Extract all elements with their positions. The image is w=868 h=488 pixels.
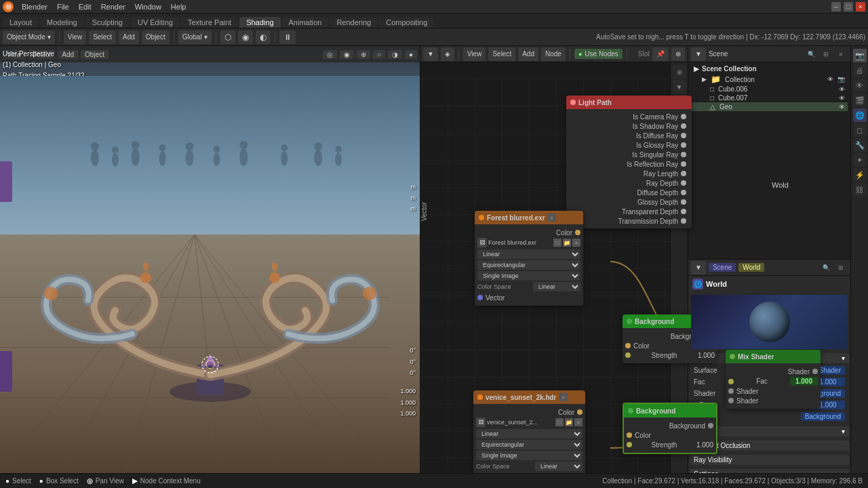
venice-interpolation-select[interactable]: Linear xyxy=(476,429,583,439)
viewport-overlay-icon[interactable]: ◉ xyxy=(340,50,354,59)
side-icon-particles[interactable]: ✦ xyxy=(853,153,867,167)
tab-compositing[interactable]: Compositing xyxy=(379,17,434,28)
venice-file-x-btn[interactable]: × xyxy=(574,418,583,426)
node-add-btn[interactable]: Add xyxy=(518,47,538,61)
venice-node[interactable]: venice_sunset_2k.hdr × Color 🖼 venice_su… xyxy=(473,390,585,485)
venice-colorspace-select[interactable]: Linear xyxy=(535,462,583,471)
viewport-shade-btn[interactable]: ◐ xyxy=(256,30,271,44)
world-header-icons: 🔍 ⊞ xyxy=(819,261,848,274)
side-icon-view[interactable]: 👁 xyxy=(853,79,867,92)
object-mode-btn[interactable]: Object Mode ▾ xyxy=(3,30,55,44)
menu-blender[interactable]: Blender xyxy=(18,2,52,12)
add-btn[interactable]: Add xyxy=(119,30,139,44)
outliner-icon-3[interactable]: ≡ xyxy=(834,47,848,61)
mix-shader-header: Mix Shader xyxy=(726,350,821,363)
collection-cube006[interactable]: □ Cube.006 👁 xyxy=(691,85,848,94)
forest-close-btn[interactable]: × xyxy=(548,214,556,222)
tab-animation[interactable]: Animation xyxy=(282,17,329,28)
background-node-2[interactable]: Background Background Color xyxy=(623,403,717,454)
transform-chevron-icon: ▾ xyxy=(204,33,208,41)
venice-close-btn[interactable]: × xyxy=(559,393,568,401)
tab-texture-paint[interactable]: Texture Paint xyxy=(181,17,238,28)
object-btn[interactable]: Object xyxy=(142,30,170,44)
tab-layout[interactable]: Layout xyxy=(3,17,39,28)
side-icon-output[interactable]: 🖨 xyxy=(853,64,867,77)
shader2-value[interactable]: Background xyxy=(801,412,845,421)
minimize-button[interactable]: ─ xyxy=(831,2,841,12)
menu-help[interactable]: Help xyxy=(167,2,191,12)
mix-shader-node[interactable]: Mix Shader Shader Fac 1.000 xyxy=(726,350,821,409)
pause-btn[interactable]: ⏸ xyxy=(279,30,296,44)
maximize-button[interactable]: □ xyxy=(844,2,853,12)
node-side-icon-2[interactable]: ▼ xyxy=(673,80,686,94)
venice-file-close-btn[interactable]: □ xyxy=(555,418,564,426)
node-select-btn[interactable]: Select xyxy=(488,47,515,61)
forest-file-folder-btn[interactable]: 📁 xyxy=(563,239,571,247)
side-icon-physics[interactable]: ⚡ xyxy=(853,168,867,182)
use-nodes-toggle[interactable]: ● Use Nodes xyxy=(574,49,623,59)
outliner-menu-btn[interactable]: ▼ xyxy=(691,47,706,61)
collection-item-main[interactable]: ▶ 📁 Collection 👁 📷 xyxy=(691,74,848,85)
side-icon-object[interactable]: ◻ xyxy=(853,123,867,137)
node-side-icon-1[interactable]: ⊕ xyxy=(673,65,686,79)
world-tab[interactable]: World xyxy=(738,263,764,272)
tab-sculpting[interactable]: Sculpting xyxy=(85,17,130,28)
forest-source-select[interactable]: Single Image xyxy=(477,271,580,281)
collection-cube007[interactable]: □ Cube.007 👁 xyxy=(691,94,848,102)
node-editor-grid[interactable]: Light Path Is Camera Ray Is Shadow Ray I… xyxy=(420,79,670,488)
light-path-node[interactable]: Light Path Is Camera Ray Is Shadow Ray I… xyxy=(566,96,692,228)
transform-btn[interactable]: Global ▾ xyxy=(178,30,212,44)
collection-geo[interactable]: △ Geo 👁 xyxy=(691,102,848,111)
side-icon-modifiers[interactable]: 🔧 xyxy=(853,138,867,152)
menu-render[interactable]: Render xyxy=(97,2,130,12)
viewport-render-solid-icon[interactable]: ○ xyxy=(373,50,385,59)
view-btn[interactable]: View xyxy=(64,30,87,44)
node-editor-area: ▼ ◈ View Select Add Node ● Use Nodes Slo… xyxy=(420,46,688,473)
node-editor-menu-btn[interactable]: ▼ xyxy=(423,47,438,61)
ray-header[interactable]: Ray Visibility xyxy=(690,455,849,465)
venice-color-row: Color xyxy=(476,408,583,416)
select-btn[interactable]: Select xyxy=(89,30,116,44)
render-icon-btn[interactable]: ⬡ xyxy=(220,30,235,44)
venice-projection-select[interactable]: Equirectangular xyxy=(476,440,583,449)
menu-edit[interactable]: Edit xyxy=(75,2,96,12)
viewport-render-material-icon[interactable]: ◑ xyxy=(388,50,402,59)
close-button[interactable]: × xyxy=(856,2,865,12)
node-view-btn[interactable]: View xyxy=(463,47,486,61)
world-menu-btn[interactable]: ▼ xyxy=(691,261,706,274)
side-icon-scene[interactable]: 🎬 xyxy=(853,94,867,107)
node-pin-btn[interactable]: 📌 xyxy=(652,47,669,61)
side-icon-world[interactable]: 🌐 xyxy=(853,108,867,122)
tab-rendering[interactable]: Rendering xyxy=(330,17,378,28)
outliner-icon-2[interactable]: ⊞ xyxy=(819,47,833,61)
venice-file-folder-btn[interactable]: 📁 xyxy=(565,418,573,426)
forest-projection-select[interactable]: Equirectangular xyxy=(477,260,580,270)
scene-tab[interactable]: Scene xyxy=(709,263,736,272)
node-overlay-btn[interactable]: ⊕ xyxy=(671,47,685,61)
tab-shading[interactable]: Shading xyxy=(239,17,280,28)
forest-interpolation-select[interactable]: Linear xyxy=(477,249,580,259)
menu-window[interactable]: Window xyxy=(131,2,165,12)
node-type-btn[interactable]: ◈ xyxy=(441,47,454,61)
forest-colorspace-select[interactable]: Linear xyxy=(533,282,580,291)
world-icon-2[interactable]: ⊞ xyxy=(834,261,848,274)
forest-file-close-btn[interactable]: □ xyxy=(553,239,561,247)
tab-uv-editing[interactable]: UV Editing xyxy=(131,17,180,28)
viewport-gizmo-icon[interactable]: ⊕ xyxy=(357,50,370,59)
side-icon-constraints[interactable]: ⛓ xyxy=(853,183,867,197)
world-icon-1[interactable]: 🔍 xyxy=(819,261,833,274)
venice-source-select[interactable]: Single Image xyxy=(476,451,583,460)
outliner-icon-1[interactable]: 🔍 xyxy=(804,47,818,61)
tab-modeling[interactable]: Modeling xyxy=(40,17,84,28)
viewport-render-rendered-icon[interactable]: ● xyxy=(405,50,417,59)
viewport[interactable]: View Select Add Object ◎ ◉ ⊕ ○ ◑ ● User … xyxy=(0,46,420,473)
forest-file-x-btn[interactable]: × xyxy=(572,239,580,247)
viewport-perspective-icon[interactable]: ◎ xyxy=(323,50,337,59)
node-node-btn[interactable]: Node xyxy=(541,47,566,61)
side-icon-render[interactable]: 📷 xyxy=(853,49,867,62)
viewport-object-btn[interactable]: Object xyxy=(81,50,108,59)
material-icon-btn[interactable]: ◉ xyxy=(238,30,253,44)
menu-file[interactable]: File xyxy=(53,2,73,12)
window-controls: ─ □ × xyxy=(831,2,865,12)
forest-node[interactable]: Forest blurred.exr × Color 🖼 Forest blur… xyxy=(475,211,583,306)
